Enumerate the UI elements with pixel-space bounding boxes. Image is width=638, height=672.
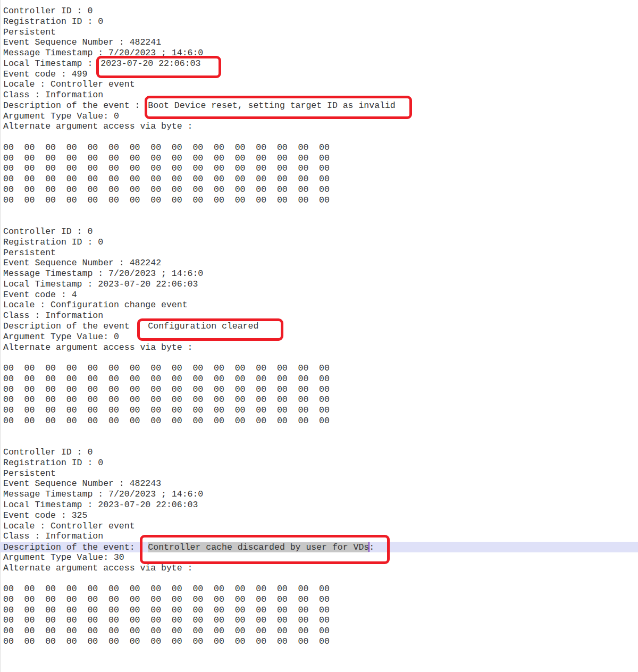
log-line-local-timestamp: Local Timestamp : 2023-07-20 22:06:03 [0, 279, 638, 290]
event-block-2: Controller ID : 0Registration ID : 0Pers… [0, 226, 638, 447]
hex-dump-row: 00 00 00 00 00 00 00 00 00 00 00 00 00 0… [0, 163, 638, 174]
local-timestamp-value: 2023-07-20 22:06:03 [98, 279, 198, 289]
event-block-1: Controller ID : 0Registration ID : 0Pers… [0, 6, 638, 226]
log-line-locale: Locale : Controller event [0, 521, 638, 532]
hex-dump-row: 00 00 00 00 00 00 00 00 00 00 00 00 00 0… [0, 615, 638, 626]
log-line-event-sequence-number: Event Sequence Number : 482241 [0, 37, 638, 48]
hex-dump-row: 00 00 00 00 00 00 00 00 00 00 00 00 00 0… [0, 184, 638, 195]
log-line-persistent: Persistent [0, 468, 638, 479]
hex-dump-row: 00 00 00 00 00 00 00 00 00 00 00 00 00 0… [0, 363, 638, 374]
log-line-persistent: Persistent [0, 27, 638, 38]
log-line-local-timestamp: Local Timestamp : 2023-07-20 22:06:03 [0, 58, 638, 69]
log-line-argument-type-value: Argument Type Value: 0 [0, 332, 638, 342]
log-line-description: Description of the event : Boot Device r… [0, 100, 638, 111]
local-timestamp-label: Local Timestamp : [3, 58, 98, 69]
log-line-registration-id: Registration ID : 0 [0, 237, 638, 248]
description-separator: : [130, 100, 146, 111]
annotation-red-box-description: Configuration cleared [137, 318, 283, 341]
annotation-red-box-description: Controller cache discarded by user for V… [140, 535, 390, 564]
blank-line [0, 206, 638, 216]
annotation-red-box-local-timestamp: 2023-07-20 22:06:03 [96, 56, 221, 78]
local-timestamp-value: 2023-07-20 22:06:03 [100, 58, 200, 69]
log-line-registration-id: Registration ID : 0 [0, 16, 638, 27]
blank-line [0, 426, 638, 437]
description-label: Description of the event [3, 321, 130, 331]
description-label: Description of the event [3, 542, 130, 552]
log-line-description: Description of the event Configuration c… [0, 321, 638, 332]
hex-dump-row: 00 00 00 00 00 00 00 00 00 00 00 00 00 0… [0, 584, 638, 594]
log-line-alternate-argument: Alternate argument access via byte : [0, 121, 638, 132]
event-block-3: Controller ID : 0Registration ID : 0Pers… [0, 447, 638, 668]
log-line-message-timestamp: Message Timestamp : 7/20/2023 ; 14:6:0 [0, 48, 638, 58]
blank-line [0, 216, 638, 226]
hex-dump-row: 00 00 00 00 00 00 00 00 00 00 00 00 00 0… [0, 394, 638, 405]
hex-dump-row: 00 00 00 00 00 00 00 00 00 00 00 00 00 0… [0, 636, 638, 647]
log-line-alternate-argument: Alternate argument access via byte : [0, 563, 638, 574]
log-line-alternate-argument: Alternate argument access via byte : [0, 342, 638, 353]
log-line-message-timestamp: Message Timestamp : 7/20/2023 ; 14:6:0 [0, 489, 638, 500]
log-line-controller-id: Controller ID : 0 [0, 6, 638, 16]
log-line-controller-id: Controller ID : 0 [0, 226, 638, 237]
log-line-event-sequence-number: Event Sequence Number : 482242 [0, 258, 638, 268]
log-line-locale: Locale : Configuration change event [0, 300, 638, 310]
selected-text: Controller cache discarded by user for V… [148, 542, 369, 552]
event-log-text-area[interactable]: Controller ID : 0Registration ID : 0Pers… [0, 0, 638, 668]
log-line-event-code: Event code : 325 [0, 510, 638, 521]
blank-line [0, 657, 638, 668]
local-timestamp-value: 2023-07-20 22:06:03 [98, 500, 198, 510]
hex-dump-row: 00 00 00 00 00 00 00 00 00 00 00 00 00 0… [0, 416, 638, 426]
blank-line [0, 647, 638, 658]
hex-dump-row: 00 00 00 00 00 00 00 00 00 00 00 00 00 0… [0, 594, 638, 605]
log-line-description: Description of the event: Controller cac… [0, 542, 638, 552]
hex-dump-row: 00 00 00 00 00 00 00 00 00 00 00 00 00 0… [0, 405, 638, 416]
hex-dump-row: 00 00 00 00 00 00 00 00 00 00 00 00 00 0… [0, 195, 638, 206]
log-line-local-timestamp: Local Timestamp : 2023-07-20 22:06:03 [0, 500, 638, 510]
hex-dump-row: 00 00 00 00 00 00 00 00 00 00 00 00 00 0… [0, 605, 638, 616]
log-line-controller-id: Controller ID : 0 [0, 447, 638, 458]
log-line-locale: Locale : Controller event [0, 79, 638, 90]
annotation-red-box-description: Boot Device reset, setting target ID as … [145, 96, 412, 119]
hex-dump-row: 00 00 00 00 00 00 00 00 00 00 00 00 00 0… [0, 384, 638, 395]
blank-line [0, 573, 638, 584]
description-label: Description of the event [3, 100, 130, 111]
local-timestamp-label: Local Timestamp : [3, 279, 98, 289]
blank-line [0, 352, 638, 363]
hex-dump-row: 00 00 00 00 00 00 00 00 00 00 00 00 00 0… [0, 626, 638, 636]
hex-dump-row: 00 00 00 00 00 00 00 00 00 00 00 00 00 0… [0, 153, 638, 164]
blank-line [0, 132, 638, 142]
log-line-registration-id: Registration ID : 0 [0, 458, 638, 468]
blank-line [0, 436, 638, 447]
description-value: Boot Device reset, setting target ID as … [148, 100, 395, 111]
log-line-class: Class : Information [0, 310, 638, 321]
hex-dump-row: 00 00 00 00 00 00 00 00 00 00 00 00 00 0… [0, 174, 638, 184]
description-value: Configuration cleared [148, 321, 258, 331]
hex-dump-row: 00 00 00 00 00 00 00 00 00 00 00 00 00 0… [0, 142, 638, 153]
log-line-persistent: Persistent [0, 248, 638, 258]
log-line-event-code: Event code : 4 [0, 290, 638, 300]
log-line-message-timestamp: Message Timestamp : 7/20/2023 ; 14:6:0 [0, 268, 638, 279]
log-line-event-code: Event code : 499 [0, 69, 638, 80]
local-timestamp-label: Local Timestamp : [3, 500, 98, 510]
log-line-event-sequence-number: Event Sequence Number : 482243 [0, 478, 638, 489]
description-suffix: : [369, 542, 374, 552]
hex-dump-row: 00 00 00 00 00 00 00 00 00 00 00 00 00 0… [0, 374, 638, 384]
